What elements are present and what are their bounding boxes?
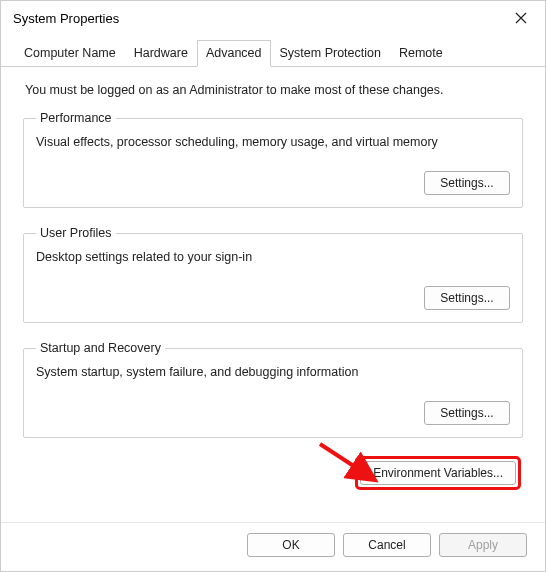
user-profiles-settings-button[interactable]: Settings... (424, 286, 510, 310)
dialog-button-row: OK Cancel Apply (1, 522, 545, 571)
performance-desc: Visual effects, processor scheduling, me… (36, 135, 510, 149)
startup-recovery-desc: System startup, system failure, and debu… (36, 365, 510, 379)
startup-recovery-legend: Startup and Recovery (36, 341, 165, 355)
user-profiles-group: User Profiles Desktop settings related t… (23, 226, 523, 323)
close-icon (515, 12, 527, 24)
ok-button[interactable]: OK (247, 533, 335, 557)
window-title: System Properties (13, 11, 119, 26)
tab-computer-name[interactable]: Computer Name (15, 40, 125, 67)
user-profiles-legend: User Profiles (36, 226, 116, 240)
tab-system-protection[interactable]: System Protection (271, 40, 390, 67)
startup-recovery-settings-button[interactable]: Settings... (424, 401, 510, 425)
titlebar: System Properties (1, 1, 545, 35)
system-properties-window: System Properties Computer Name Hardware… (0, 0, 546, 572)
environment-variables-button[interactable]: Environment Variables... (360, 461, 516, 485)
tabstrip: Computer Name Hardware Advanced System P… (1, 35, 545, 67)
performance-settings-button[interactable]: Settings... (424, 171, 510, 195)
startup-recovery-group: Startup and Recovery System startup, sys… (23, 341, 523, 438)
apply-button[interactable]: Apply (439, 533, 527, 557)
admin-notice-text: You must be logged on as an Administrato… (25, 83, 521, 97)
user-profiles-desc: Desktop settings related to your sign-in (36, 250, 510, 264)
tab-hardware[interactable]: Hardware (125, 40, 197, 67)
performance-legend: Performance (36, 111, 116, 125)
cancel-button[interactable]: Cancel (343, 533, 431, 557)
performance-group: Performance Visual effects, processor sc… (23, 111, 523, 208)
close-button[interactable] (501, 4, 541, 32)
tab-remote[interactable]: Remote (390, 40, 452, 67)
annotation-highlight: Environment Variables... (355, 456, 521, 490)
tab-content-advanced: You must be logged on as an Administrato… (1, 67, 545, 522)
tab-advanced[interactable]: Advanced (197, 40, 271, 67)
environment-variables-row: Environment Variables... (23, 456, 521, 490)
